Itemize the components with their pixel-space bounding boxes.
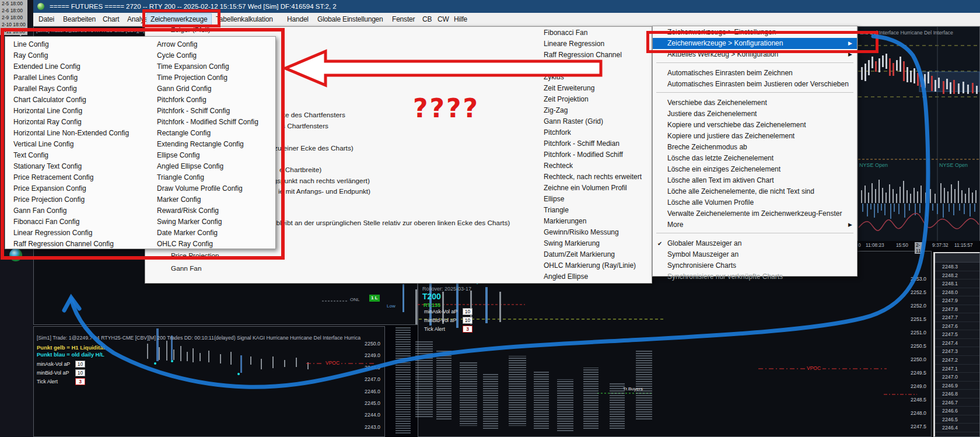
- dom-ladder-price-row[interactable]: 2247.7: [935, 313, 979, 322]
- draw-tools-menu-item[interactable]: Pitchfork - Modified Schiff: [540, 149, 651, 160]
- draw-tools-menu-item[interactable]: Rechteck, nach rechts erweitert: [540, 172, 651, 183]
- draw-tools-menu-item[interactable]: Angled Ellipse: [540, 271, 651, 282]
- menu-item-fragment[interactable]: ngspunkt nach rechts verlängert): [270, 177, 370, 185]
- config-menu-item[interactable]: Parallel Rays Config: [13, 83, 151, 95]
- dom-ladder-price-row[interactable]: 2248.2: [935, 271, 979, 280]
- dom-ladder-price-row[interactable]: 2247.6: [935, 322, 979, 331]
- context-menu-item[interactable]: ✔More▶: [653, 219, 857, 230]
- context-menu-item[interactable]: ✔Automatisches Einrasten beim Justieren …: [653, 79, 857, 90]
- config-menu-item[interactable]: Line Config: [13, 39, 151, 50]
- menubar-item[interactable]: Datei: [35, 14, 58, 25]
- menubar-item[interactable]: Bearbeiten: [60, 14, 99, 25]
- menu-item-fragment[interactable]: ie mit Anfangs- und Endpunkt): [278, 187, 370, 195]
- draw-tools-menu-item[interactable]: Raff Regression Channel: [540, 50, 651, 61]
- config-menu-item[interactable]: Gann Fan Config: [13, 205, 151, 216]
- menu-item-fragment[interactable]: s Chartfensters: [282, 122, 328, 130]
- menu-item-fragment[interactable]: zu einer Ecke des Charts): [274, 144, 354, 152]
- draw-tools-menu-item[interactable]: Rechteck: [540, 160, 651, 172]
- menubar-item[interactable]: Globale Einstellungen: [314, 14, 387, 25]
- draw-tools-menu-item[interactable]: Zeit Projektion: [540, 94, 651, 105]
- menubar-item[interactable]: Chart: [99, 14, 123, 25]
- context-menu-item[interactable]: ✔▶: [653, 62, 857, 68]
- context-menu-item[interactable]: ✔Verschiebe das Zeichenelement▶: [653, 97, 857, 109]
- dom-ladder-price-row[interactable]: 2247.5: [935, 330, 979, 339]
- dom-ladder-price-row[interactable]: 2246.5: [935, 415, 979, 424]
- draw-tools-menu-item[interactable]: Pfeil: [540, 61, 651, 72]
- config-menu-item[interactable]: Raff Regression Channel Config: [13, 239, 151, 250]
- dom-ladder-price-row[interactable]: 2246.4: [935, 424, 979, 432]
- context-menu-item[interactable]: ✔Synchronisiere Charts▶: [653, 260, 857, 271]
- config-menu-item[interactable]: Price Retracement Config: [13, 172, 151, 183]
- config-menu-item[interactable]: Stationary Text Config: [13, 161, 151, 172]
- context-menu-item[interactable]: ✔Zeichenwerkzeuge > Konfigurationen▶: [653, 38, 857, 49]
- config-menu-item[interactable]: Ray Config: [13, 50, 151, 61]
- config-menu-item[interactable]: Chart Calculator Config: [13, 95, 151, 106]
- draw-tools-menu-item[interactable]: Pitchfork: [540, 127, 651, 138]
- menu-item-fragment[interactable]: t bleibt an der ursprünglichen Stelle re…: [272, 219, 510, 227]
- config-menu-item[interactable]: Time Projection Config: [157, 72, 274, 83]
- config-menu-item[interactable]: Price Expansion Config: [13, 183, 151, 194]
- menu-item-fragment[interactable]: ke des Chartfensters: [282, 111, 345, 119]
- context-menu-item[interactable]: ✔Lösche allen Text im aktiven Chart▶: [653, 175, 857, 186]
- draw-tools-menu-item[interactable]: Markierungen: [540, 216, 651, 227]
- config-menu-item[interactable]: Ellipse Config: [157, 150, 274, 161]
- dom-ladder-price-row[interactable]: 2248.3: [935, 263, 979, 271]
- context-menu-item[interactable]: ✔Synchronisiere nur verknüpfte Charts▶: [653, 271, 857, 282]
- dom-ladder-price-row[interactable]: 2247.0: [935, 373, 979, 382]
- config-menu-item[interactable]: OHLC Ray Config: [157, 239, 274, 250]
- config-menu-item[interactable]: Time Expansion Config: [157, 61, 274, 72]
- config-menu-item[interactable]: Marker Config: [157, 194, 274, 205]
- context-menu-item[interactable]: ✔Symbol Mauszeiger an▶: [653, 249, 857, 260]
- draw-tools-menu-item[interactable]: Pitchfork - Schiff Median: [540, 138, 651, 149]
- config-menu-item[interactable]: Horizontal Ray Config: [13, 117, 151, 128]
- config-menu-item[interactable]: Horizontal Line Non-Extended Config: [13, 128, 151, 139]
- config-menu-item[interactable]: Triangle Config: [157, 172, 274, 183]
- dom-ladder-price-row[interactable]: 2247.3: [935, 347, 979, 356]
- draw-tools-menu-item[interactable]: Zyklus: [540, 72, 651, 83]
- menubar-item[interactable]: CW: [434, 14, 453, 25]
- app-orb-icon[interactable]: [8, 247, 23, 265]
- config-menu-item[interactable]: Rectangle Config: [157, 128, 274, 139]
- config-menu-item[interactable]: Extending Rectangle Config: [157, 139, 274, 150]
- config-menu-item[interactable]: Arrow Config: [157, 39, 274, 50]
- config-menu-item[interactable]: Price Projection Config: [13, 194, 151, 205]
- dom-ladder-price-row[interactable]: 2247.4: [935, 339, 979, 348]
- config-menu-item[interactable]: Gann Grid Config: [157, 83, 274, 95]
- config-menu-item[interactable]: Draw Volume Profile Config: [157, 183, 274, 194]
- dom-ladder-price-row[interactable]: 2246.6: [935, 407, 979, 415]
- context-menu-item[interactable]: ✔Lösche alle Volumen Profile▶: [653, 197, 857, 208]
- draw-tools-menu-item[interactable]: Fibonacci Fan: [540, 27, 651, 39]
- menubar-item[interactable]: Zeichenwerkzeuge: [147, 14, 211, 25]
- config-menu-item[interactable]: Reward/Risk Config: [157, 205, 274, 216]
- context-menu-item[interactable]: ✔Lösche ein einziges Zeichenelement▶: [653, 164, 857, 175]
- draw-tools-menu-item[interactable]: Ellipse: [540, 194, 651, 205]
- dom-ladder-price-row[interactable]: 2247.2: [935, 356, 979, 365]
- config-menu-item[interactable]: Fibonacci Fan Config: [13, 216, 151, 228]
- config-menu-item[interactable]: Parallel Lines Config: [13, 72, 151, 83]
- context-menu-item[interactable]: ✔Aktuelles Werkzeug > Konfiguration▶: [653, 49, 857, 60]
- menubar-item[interactable]: Fenster: [388, 14, 418, 25]
- dom-ladder-price-row[interactable]: 2246.8: [935, 390, 979, 398]
- draw-tools-menu-item[interactable]: Gewinn/Risiko Messung: [540, 227, 651, 238]
- config-menu-item[interactable]: Date Marker Config: [157, 228, 274, 239]
- draw-tools-menu-item[interactable]: Triangle: [540, 205, 651, 216]
- config-menu-item[interactable]: Extended Line Config: [13, 61, 151, 72]
- config-menu-item[interactable]: Linear Regression Config: [13, 228, 151, 239]
- menubar-item[interactable]: Hilfe: [450, 14, 471, 25]
- config-menu-item[interactable]: Cycle Config: [157, 50, 274, 61]
- menu-item-fragment[interactable]: e Chartbreite): [279, 166, 321, 174]
- menu-item-fragment[interactable]: Price Projection: [171, 251, 219, 260]
- config-menu-item[interactable]: Vertical Line Config: [13, 139, 151, 150]
- menu-item-fragment[interactable]: Zeiger (Pfeil): [171, 26, 211, 34]
- draw-tools-menu-item[interactable]: Zeichne ein Volumen Profil: [540, 183, 651, 194]
- config-menu-item[interactable]: Pitchfork - Modified Schiff Config: [157, 117, 274, 128]
- dom-ladder-price-row[interactable]: 2248.1: [935, 279, 979, 288]
- context-menu-item[interactable]: ✔Zeichenwerkzeuge > Einstellungen▶: [653, 27, 857, 38]
- menu-item-fragment[interactable]: Gann Fan: [171, 264, 201, 272]
- start-menu-icon[interactable]: [9, 5, 24, 22]
- dom-ladder-price-row[interactable]: 2247.8: [935, 305, 979, 314]
- context-menu-item[interactable]: ✔Justiere das Zeichenelement▶: [653, 109, 857, 120]
- config-menu-item[interactable]: Pitchfork - Schiff Config: [157, 106, 274, 117]
- context-menu-item[interactable]: ✔Globaler Mauszeiger an▶: [653, 238, 857, 249]
- config-menu-item[interactable]: Swing Marker Config: [157, 216, 274, 228]
